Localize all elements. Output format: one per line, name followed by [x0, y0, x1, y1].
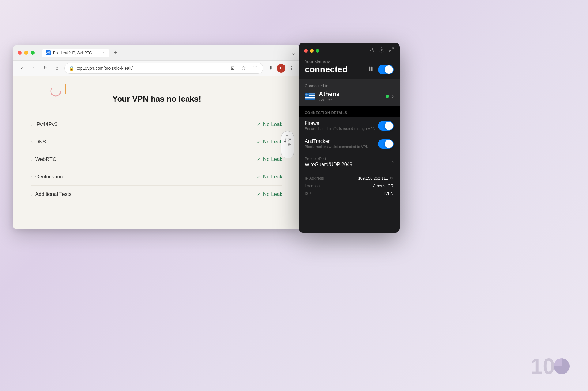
toolbar-actions: ⬇ L ⋮ [266, 64, 296, 73]
location-value: Athens, GR [373, 184, 394, 188]
maximize-traffic-light[interactable] [31, 51, 35, 55]
connected-location-row[interactable]: Athens Greece › [305, 91, 394, 102]
settings-icon[interactable] [379, 47, 384, 54]
table-row[interactable]: › Additional Tests ✓ No Leak [31, 186, 282, 203]
antitracker-toggle[interactable] [378, 139, 394, 149]
table-row[interactable]: › DNS ✓ No Leak [31, 133, 282, 151]
watermark-circle [554, 358, 570, 374]
tab-area: 1⓪ Do I Leak? IP, WebRTC & DNS × + ⌄ [42, 49, 296, 57]
download-icon[interactable]: ⬇ [266, 64, 275, 73]
pip-icon[interactable]: ⊡ [228, 64, 237, 73]
svg-rect-16 [305, 99, 315, 100]
protocol-value: WireGuard/UDP 2049 [305, 162, 352, 167]
watermark: 10 [530, 354, 570, 379]
check-icon: ✓ [257, 139, 261, 145]
svg-rect-19 [305, 95, 309, 95]
close-traffic-light[interactable] [18, 51, 22, 55]
connected-to-label: Connected to [305, 84, 394, 88]
svg-rect-13 [305, 97, 315, 98]
traffic-lights [18, 51, 35, 55]
antitracker-toggle-knob [385, 140, 393, 148]
refresh-ip-icon[interactable]: ↻ [390, 176, 394, 181]
firewall-setting: Firewall Ensure that all traffic is rout… [299, 117, 400, 135]
cursor-indicator [65, 84, 66, 94]
firewall-toggle[interactable] [378, 121, 394, 131]
address-bar-container[interactable]: 🔒 top10vpn.com/tools/do-i-leak/ ⊡ ☆ ⬚ [64, 63, 263, 74]
location-row: Location Athens, GR [305, 184, 394, 188]
location-country: Greece [319, 98, 340, 102]
status-value: connected [305, 65, 348, 74]
tab-overflow-button[interactable]: ⌄ [291, 50, 296, 56]
check-icon: ✓ [257, 157, 261, 162]
firewall-toggle-knob [385, 122, 393, 130]
isp-row: ISP IVPN [305, 191, 394, 196]
pause-button[interactable] [368, 65, 374, 74]
back-button[interactable]: ‹ [18, 64, 26, 73]
vpn-minimize-button[interactable] [310, 49, 314, 53]
test-name: IPv4/IPv6 [35, 121, 58, 128]
vpn-status-section: Your status is connected [299, 57, 400, 79]
secure-icon: 🔒 [69, 66, 74, 71]
more-menu-icon[interactable]: ⋮ [287, 64, 296, 73]
forward-button[interactable]: › [29, 64, 38, 73]
loading-spinner [50, 85, 62, 97]
tab-close-button[interactable]: × [101, 50, 106, 55]
vpn-panel: Your status is connected Connected to [299, 43, 400, 233]
browser-toolbar: ‹ › ↻ ⌂ 🔒 top10vpn.com/tools/do-i-leak/ … [13, 61, 301, 76]
bookmark-icon[interactable]: ☆ [239, 64, 248, 73]
vpn-titlebar-actions [369, 47, 394, 54]
connection-details-label: CONNECTION DETAILS [305, 111, 347, 114]
svg-rect-6 [371, 66, 373, 71]
vpn-toggle[interactable] [378, 65, 394, 74]
toggle-knob [385, 65, 393, 74]
leak-tests-list: › IPv4/IPv6 ✓ No Leak › DNS ✓ No Leak [31, 116, 282, 203]
home-button[interactable]: ⌂ [53, 64, 61, 73]
check-icon: ✓ [257, 174, 261, 180]
test-result: No Leak [263, 139, 282, 145]
user-icon[interactable] [369, 47, 375, 54]
chevron-right-icon: › [31, 192, 33, 197]
firewall-desc: Ensure that all traffic is routed throug… [305, 127, 375, 131]
connection-status-dot [386, 95, 389, 98]
svg-rect-5 [369, 66, 371, 71]
protocol-setting[interactable]: Protocol/Port WireGuard/UDP 2049 › [299, 153, 400, 171]
test-result: No Leak [263, 174, 282, 180]
vpn-close-button[interactable] [304, 49, 308, 53]
connection-details-header: CONNECTION DETAILS [299, 106, 400, 117]
test-name: Geolocation [35, 174, 63, 180]
vpn-traffic-lights [304, 49, 319, 53]
check-icon: ✓ [257, 122, 261, 128]
table-row[interactable]: › IPv4/IPv6 ✓ No Leak [31, 116, 282, 133]
isp-value: IVPN [384, 191, 394, 196]
antitracker-setting: AntiTracker Block trackers whilst connec… [299, 135, 400, 153]
svg-rect-14 [305, 98, 315, 99]
minimize-traffic-light[interactable] [24, 51, 28, 55]
protocol-label: Protocol/Port [305, 157, 352, 161]
test-result: No Leak [263, 156, 282, 162]
vpn-connected-section: Connected to [299, 79, 400, 106]
status-row: connected [305, 65, 394, 74]
svg-line-3 [392, 48, 394, 49]
table-row[interactable]: › WebRTC ✓ No Leak [31, 151, 282, 168]
back-to-top-button[interactable]: ↑ Back to top [281, 131, 294, 158]
new-tab-button[interactable]: + [111, 49, 120, 57]
table-row[interactable]: › Geolocation ✓ No Leak [31, 168, 282, 186]
vpn-maximize-button[interactable] [316, 49, 319, 53]
active-tab[interactable]: 1⓪ Do I Leak? IP, WebRTC & DNS × [42, 49, 109, 57]
expand-icon[interactable] [389, 47, 394, 54]
vpn-titlebar [299, 43, 400, 57]
svg-point-0 [51, 86, 61, 96]
svg-point-2 [381, 49, 383, 51]
ip-value: 169.150.252.111 ↻ [358, 176, 394, 181]
profile-button[interactable]: L [277, 64, 285, 73]
ip-address-row: IP Address 169.150.252.111 ↻ [305, 176, 394, 181]
extension-icon[interactable]: ⬚ [250, 64, 259, 73]
test-name: WebRTC [35, 156, 56, 162]
address-bar-input[interactable]: top10vpn.com/tools/do-i-leak/ [77, 66, 226, 71]
chevron-right-icon: › [31, 122, 33, 127]
protocol-navigate-icon: › [392, 159, 394, 165]
tab-title: Do I Leak? IP, WebRTC & DNS [53, 51, 99, 55]
status-label: Your status is [305, 59, 394, 64]
test-result: No Leak [263, 191, 282, 197]
refresh-button[interactable]: ↻ [41, 64, 50, 73]
